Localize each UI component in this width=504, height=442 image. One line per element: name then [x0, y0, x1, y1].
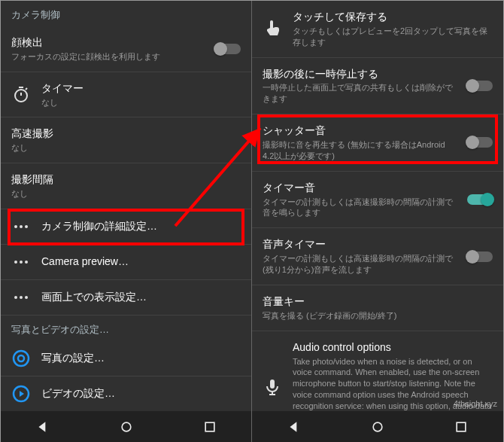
- timer-sound-sub: タイマーの計測もしくは高速撮影時の間隔の計測で音を鳴らします: [263, 197, 457, 219]
- photo-title: 写真の設定…: [41, 351, 241, 365]
- row-pause[interactable]: 撮影の後に一時停止する 一時停止した画面上で写真の共有もしくは削除ができます: [252, 58, 503, 115]
- shutter-title: シャッター音: [263, 123, 457, 138]
- voice-timer-sub: タイマーの計測もしくは高速撮影時の間隔の計測で(残り1分から)音声を流します: [263, 253, 457, 276]
- audio-sub: Take photo/video when a noise is detecte…: [293, 356, 493, 411]
- row-burst[interactable]: 高速撮影 なし: [1, 117, 251, 163]
- row-audio-control[interactable]: Audio control options Take photo/video w…: [252, 331, 503, 411]
- camera-icon: [11, 349, 31, 368]
- right-screen: タッチして保存する タッチもしくはプレビューを2回タップして写真を保存します 撮…: [252, 1, 503, 442]
- timer-title: タイマー: [41, 81, 241, 96]
- navigation-bar: [252, 411, 503, 442]
- more-icon: [11, 252, 31, 272]
- pause-sub: 一時停止した画面上で写真の共有もしくは削除ができます: [263, 82, 457, 105]
- section-photo-video: 写真とビデオの設定…: [1, 315, 251, 341]
- row-voice-timer[interactable]: 音声タイマー タイマーの計測もしくは高速撮影時の間隔の計測で(残り1分から)音声…: [252, 228, 503, 285]
- pause-title: 撮影の後に一時停止する: [263, 67, 457, 81]
- stopwatch-icon: [11, 85, 31, 105]
- burst-sub: なし: [11, 142, 241, 154]
- row-timer-sound[interactable]: タイマー音 タイマーの計測もしくは高速撮影時の間隔の計測で音を鳴らします: [252, 172, 503, 229]
- volkey-sub: 写真を撮る (ビデオ録画の開始/終了): [263, 310, 493, 322]
- svg-point-1: [14, 351, 29, 366]
- row-timer[interactable]: タイマー なし: [1, 72, 251, 118]
- nav-home-icon[interactable]: [119, 419, 134, 434]
- more-icon: [11, 288, 31, 307]
- row-photo-settings[interactable]: 写真の設定…: [1, 341, 251, 376]
- svg-rect-6: [270, 380, 275, 389]
- preview-title: Camera preview…: [41, 255, 241, 269]
- audio-title: Audio control options: [293, 340, 493, 355]
- svg-rect-8: [457, 422, 466, 431]
- timer-sound-title: タイマー音: [263, 181, 457, 195]
- more-icon: [11, 217, 31, 236]
- svg-point-2: [18, 355, 24, 361]
- row-advanced[interactable]: カメラ制御の詳細設定…: [1, 209, 251, 245]
- row-touch-save[interactable]: タッチして保存する タッチもしくはプレビューを2回タップして写真を保存します: [252, 1, 503, 58]
- section-camera-control: カメラ制御: [1, 1, 251, 26]
- interval-sub: なし: [11, 188, 241, 200]
- nav-back-icon[interactable]: [35, 419, 50, 434]
- timer-sound-toggle[interactable]: [467, 194, 493, 205]
- advanced-title: カメラ制御の詳細設定…: [41, 219, 241, 233]
- pause-toggle[interactable]: [467, 81, 493, 91]
- row-volume-key[interactable]: 音量キー 写真を撮る (ビデオ録画の開始/終了): [252, 285, 503, 331]
- row-video-settings[interactable]: ビデオの設定…: [1, 376, 251, 411]
- nav-recent-icon[interactable]: [202, 419, 217, 434]
- burst-title: 高速撮影: [11, 127, 241, 141]
- row-shutter[interactable]: シャッター音 撮影時に音を再生する (無効にする場合はAndroid 4.2以上…: [252, 114, 503, 172]
- interval-title: 撮影間隔: [11, 172, 241, 187]
- shutter-sub: 撮影時に音を再生する (無効にする場合はAndroid 4.2以上が必要です): [263, 139, 457, 162]
- row-interval[interactable]: 撮影間隔 なし: [1, 163, 251, 209]
- voice-timer-toggle[interactable]: [467, 251, 493, 262]
- row-face-detect[interactable]: 顔検出 フォーカスの設定に顔検出を利用します: [1, 26, 251, 72]
- svg-point-4: [122, 422, 131, 431]
- row-camera-preview[interactable]: Camera preview…: [1, 245, 251, 280]
- video-title: ビデオの設定…: [41, 386, 241, 401]
- left-screen: カメラ制御 顔検出 フォーカスの設定に顔検出を利用します タイマー なし: [1, 1, 252, 442]
- nav-recent-icon[interactable]: [454, 419, 469, 434]
- nav-home-icon[interactable]: [370, 419, 385, 434]
- nav-back-icon[interactable]: [287, 419, 302, 434]
- navigation-bar: [1, 411, 251, 442]
- face-detect-title: 顔検出: [11, 35, 205, 50]
- shutter-toggle[interactable]: [467, 137, 493, 148]
- svg-point-7: [373, 422, 382, 431]
- touch-save-sub: タッチもしくはプレビューを2回タップして写真を保存します: [293, 26, 493, 48]
- touch-save-title: タッチして保存する: [293, 10, 493, 24]
- video-icon: [11, 384, 31, 404]
- touch-icon: [263, 19, 282, 38]
- timer-sub: なし: [41, 97, 241, 108]
- volkey-title: 音量キー: [263, 294, 493, 309]
- voice-timer-title: 音声タイマー: [263, 237, 457, 251]
- microphone-icon: [263, 377, 282, 397]
- svg-rect-5: [205, 422, 214, 431]
- display-title: 画面上での表示設定…: [41, 290, 241, 304]
- row-display[interactable]: 画面上での表示設定…: [1, 280, 251, 315]
- face-detect-toggle[interactable]: [215, 44, 241, 54]
- face-detect-sub: フォーカスの設定に顔検出を利用します: [11, 51, 205, 62]
